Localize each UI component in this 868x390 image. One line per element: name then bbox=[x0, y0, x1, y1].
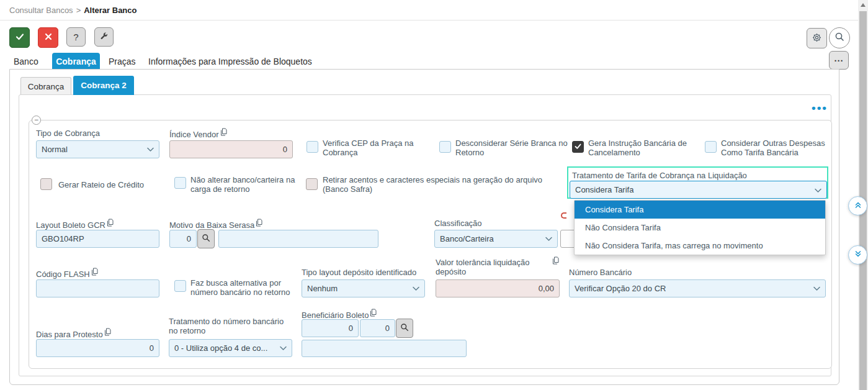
help-button[interactable]: ? bbox=[66, 27, 86, 47]
codigo-flash-input[interactable] bbox=[36, 279, 159, 297]
dias-protesto-label-row: Dias para Protesto bbox=[36, 328, 111, 339]
search-icon bbox=[202, 234, 210, 244]
chevron-down-icon bbox=[545, 237, 552, 241]
checkbox-gerar-rateio-label[interactable]: Gerar Rateio de Crédito bbox=[58, 180, 182, 189]
chevron-down-icon bbox=[815, 185, 821, 194]
vertical-scrollbar[interactable] bbox=[858, 0, 868, 390]
tratamento-tarifa-field-group: Tratamento de Tarifa de Cobrança na Liqu… bbox=[567, 166, 828, 199]
checkbox-verifica-cep[interactable] bbox=[306, 141, 318, 153]
checkbox-nao-alterar-banco[interactable] bbox=[174, 177, 186, 189]
dropdown-option-considera-tarifa[interactable]: Considera Tarifa bbox=[575, 201, 825, 219]
motivo-baixa-code-input[interactable] bbox=[169, 230, 197, 248]
checkbox-considerar-outras[interactable] bbox=[705, 141, 717, 153]
chevron-down-icon bbox=[813, 286, 820, 291]
motivo-baixa-label: Motivo da Baixa Serasa bbox=[169, 220, 254, 230]
chevron-down-icon bbox=[280, 346, 287, 350]
tipo-layout-deposito-select[interactable]: Nenhum bbox=[302, 279, 425, 297]
scroll-to-top-button[interactable] bbox=[848, 196, 867, 215]
double-chevron-up-icon bbox=[854, 201, 862, 211]
search-button[interactable] bbox=[829, 27, 850, 48]
tratamento-numero-select[interactable]: 0 - Utiliza opção 4 de co... bbox=[169, 339, 292, 357]
top-bar: Consultar Bancos>Alterar Banco bbox=[0, 0, 868, 20]
tratamento-tarifa-label: Tratamento de Tarifa de Cobrança na Liqu… bbox=[572, 171, 747, 180]
tratamento-tarifa-select[interactable]: Considera Tarifa bbox=[570, 181, 827, 199]
tratamento-numero-label: Tratamento do número bancário no retorno bbox=[169, 317, 293, 335]
layout-boleto-label: Layout Boleto GCR bbox=[36, 220, 105, 230]
clipboard-icon bbox=[256, 219, 262, 229]
close-icon bbox=[43, 32, 53, 43]
panel-more-options[interactable]: ••• bbox=[812, 101, 828, 115]
checkbox-faz-busca[interactable] bbox=[174, 280, 186, 292]
beneficiario-lookup-button[interactable] bbox=[396, 319, 413, 338]
checkbox-desconsiderar-serie[interactable] bbox=[439, 141, 451, 153]
chevron-down-icon bbox=[413, 286, 419, 291]
codigo-flash-label: Código FLASH bbox=[36, 270, 90, 279]
checkbox-considerar-outras-label[interactable]: Considerar Outras Despesas Como Tarifa B… bbox=[721, 138, 834, 157]
subtab-cobranca[interactable]: Cobrança bbox=[20, 77, 71, 95]
dropdown-option-nao-considera-carrega[interactable]: Não Considera Tarifa, mas carrega no mov… bbox=[575, 237, 825, 255]
indice-vendor-input[interactable] bbox=[169, 140, 293, 158]
tratamento-tarifa-value: Considera Tarifa bbox=[575, 185, 633, 194]
layout-boleto-label-row: Layout Boleto GCR bbox=[36, 219, 114, 230]
classificacao-value: Banco/Carteira bbox=[440, 234, 494, 243]
checkbox-verifica-cep-label[interactable]: Verifica CEP da Praça na Cobrança bbox=[323, 138, 425, 157]
checkbox-nao-alterar-banco-label[interactable]: Não alterar banco/carteira na carga de r… bbox=[190, 175, 306, 194]
motivo-baixa-lookup-button[interactable] bbox=[197, 229, 215, 248]
confirm-button[interactable] bbox=[9, 27, 30, 48]
breadcrumb-separator: > bbox=[76, 6, 81, 15]
search-icon bbox=[400, 323, 409, 333]
beneficiario-description-input[interactable] bbox=[302, 340, 467, 357]
classificacao-select[interactable]: Banco/Carteira bbox=[434, 230, 558, 248]
numero-bancario-value: Verificar Opção 20 do CR bbox=[575, 284, 666, 293]
beneficiario-label-row: Beneficiário Boleto bbox=[302, 309, 377, 320]
checkbox-desconsiderar-serie-label[interactable]: Desconsiderar Série Branca no Retorno bbox=[455, 138, 575, 157]
clipboard-icon bbox=[220, 128, 227, 138]
tab-informacoes-impressao[interactable]: Informações para Impressão de Bloquetos bbox=[148, 57, 312, 66]
beneficiario-code2-input[interactable] bbox=[360, 319, 395, 337]
tratamento-numero-value: 0 - Utiliza opção 4 de co... bbox=[174, 343, 267, 353]
checkbox-retirar-acentos-label[interactable]: Retirar acentos e caracteres especiais n… bbox=[323, 175, 558, 194]
scroll-up-arrow-icon[interactable] bbox=[861, 3, 866, 7]
tipo-de-cobranca-select[interactable]: Normal bbox=[36, 140, 159, 158]
scroll-to-bottom-button[interactable] bbox=[848, 245, 867, 265]
search-icon bbox=[834, 32, 845, 44]
tab-banco[interactable]: Banco bbox=[14, 57, 38, 66]
question-icon: ? bbox=[73, 32, 78, 42]
breadcrumb-parent[interactable]: Consultar Bancos bbox=[9, 6, 73, 15]
cancel-button[interactable] bbox=[38, 27, 58, 48]
checkbox-retirar-acentos[interactable] bbox=[306, 178, 318, 190]
breadcrumb: Consultar Bancos>Alterar Banco bbox=[9, 6, 136, 15]
valor-tolerancia-input[interactable] bbox=[436, 279, 560, 297]
obscured-label-fragment bbox=[561, 212, 566, 219]
settings-button[interactable] bbox=[807, 28, 827, 48]
numero-bancario-select[interactable]: Verificar Opção 20 do CR bbox=[569, 279, 826, 297]
clipboard-icon bbox=[104, 328, 111, 338]
more-tabs-button[interactable]: ··· bbox=[829, 51, 849, 70]
tab-cobranca[interactable]: Cobrança bbox=[52, 53, 100, 70]
codigo-flash-label-row: Código FLASH bbox=[36, 268, 98, 279]
tab-pracas[interactable]: Praças bbox=[109, 57, 136, 66]
valor-tolerancia-label: Valor tolerância liquidação depósito bbox=[436, 258, 542, 276]
clipboard-icon bbox=[91, 268, 98, 278]
dropdown-option-nao-considera-tarifa[interactable]: Não Considera Tarifa bbox=[575, 219, 825, 237]
motivo-baixa-description-input[interactable] bbox=[218, 230, 378, 248]
dias-protesto-label: Dias para Protesto bbox=[36, 330, 103, 339]
checkbox-gera-instrucao-label[interactable]: Gera Instrução Bancária de Cancelamento bbox=[588, 138, 696, 157]
wrench-icon bbox=[99, 32, 109, 43]
checkbox-gerar-rateio[interactable] bbox=[40, 178, 52, 190]
checkbox-faz-busca-label[interactable]: Faz busca alternativa por número bancári… bbox=[190, 278, 297, 297]
tipo-layout-deposito-label: Tipo layout depósito identificado bbox=[302, 268, 416, 277]
double-chevron-down-icon bbox=[854, 250, 862, 260]
tools-button[interactable] bbox=[94, 27, 114, 47]
tipo-de-cobranca-label: Tipo de Cobrança bbox=[36, 129, 100, 138]
ellipsis-icon: ··· bbox=[834, 55, 844, 66]
chevron-down-icon bbox=[147, 147, 154, 152]
beneficiario-code1-input[interactable] bbox=[302, 319, 359, 337]
clipboard-icon bbox=[370, 309, 377, 319]
collapse-group-icon[interactable]: − bbox=[32, 116, 41, 125]
subtab-cobranca-2[interactable]: Cobrança 2 bbox=[73, 76, 134, 95]
layout-boleto-input[interactable] bbox=[36, 230, 159, 248]
gear-icon bbox=[812, 32, 822, 45]
checkbox-gera-instrucao[interactable] bbox=[572, 141, 584, 153]
dias-protesto-input[interactable] bbox=[36, 339, 159, 357]
